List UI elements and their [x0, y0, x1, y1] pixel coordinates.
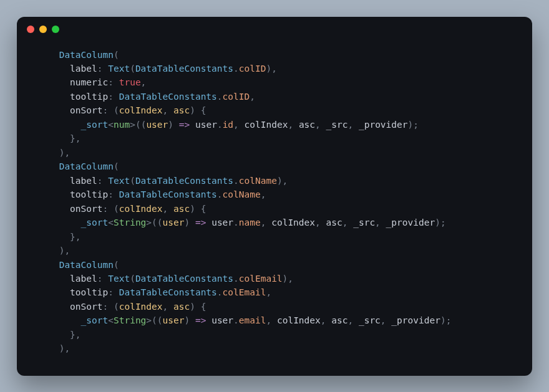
code-window: DataColumn( label: Text(DataTableConstan… [17, 17, 532, 376]
indent [32, 315, 81, 325]
punct-open: ( [114, 50, 119, 60]
indent [32, 77, 70, 87]
indent [32, 302, 70, 312]
tok-colemail: colEmail [239, 274, 283, 284]
indent [32, 246, 59, 256]
code-content: DataColumn( label: Text(DataTableConstan… [17, 42, 532, 376]
close-icon[interactable] [27, 26, 34, 33]
tok-name: name [239, 218, 261, 227]
indent [32, 105, 70, 115]
indent [32, 287, 70, 297]
tok-numeric: numeric [70, 77, 108, 87]
indent [32, 92, 70, 102]
tok-const: DataTableConstants [135, 64, 233, 74]
tok-num: num [114, 120, 130, 130]
indent [32, 343, 59, 353]
tok-tooltip: tooltip [70, 92, 108, 102]
indent [32, 260, 59, 270]
tok-email: email [239, 315, 266, 325]
indent [32, 189, 70, 199]
tok-string: String [114, 218, 146, 227]
indent [32, 64, 70, 74]
tok-text: Text [108, 64, 130, 74]
indent [32, 204, 70, 214]
window-titlebar [17, 17, 532, 42]
tok-true: true [119, 77, 141, 87]
indent [32, 176, 70, 186]
indent [32, 218, 81, 227]
tok-id: id [223, 120, 233, 130]
tok-colindex: colIndex [119, 105, 163, 115]
indent [32, 50, 59, 60]
tok-onsort: onSort [70, 105, 102, 115]
tok-sort: _sort [81, 120, 109, 130]
indent [32, 148, 59, 158]
minimize-icon[interactable] [39, 26, 47, 33]
tok-provider: _provider [359, 120, 408, 130]
tok-datacolumn: DataColumn [59, 50, 114, 60]
indent [32, 133, 70, 143]
indent [32, 161, 59, 171]
zoom-icon[interactable] [52, 26, 59, 33]
tok-user: user [146, 120, 168, 130]
indent [32, 232, 70, 242]
tok-asc: asc [173, 105, 190, 115]
tok-arrow: => [179, 120, 190, 130]
indent [32, 330, 70, 340]
indent [32, 274, 70, 284]
tok-label: label [70, 64, 97, 74]
indent [32, 120, 81, 130]
tok-src: _src [326, 120, 348, 130]
tok-colid: colID [239, 64, 266, 74]
tok-colname: colName [239, 176, 277, 186]
